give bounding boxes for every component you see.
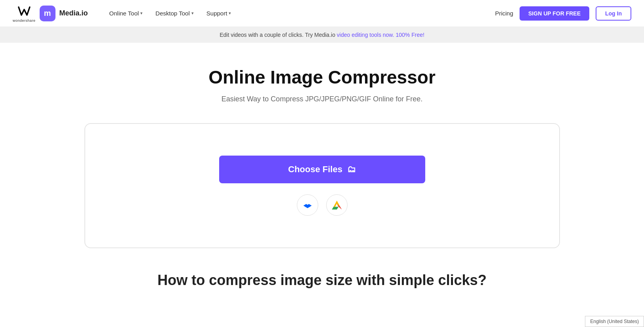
banner-link[interactable]: video editing tools now. 100% Free! [337,32,424,38]
signup-button[interactable]: SIGN UP FOR FREE [520,6,589,21]
media-icon: m [40,6,55,21]
hero-section: Online Image Compressor Easiest Way to C… [0,43,644,115]
promo-banner: Edit videos with a couple of clicks. Try… [0,27,644,43]
chevron-down-icon: ▾ [229,11,231,16]
bottom-section: How to compress image size with simple c… [0,256,644,293]
cloud-upload-icons [297,194,348,216]
page-title: Online Image Compressor [8,67,636,88]
wondershare-icon [17,4,31,18]
nav-right: Pricing SIGN UP FOR FREE Log In [495,6,631,21]
upload-area: Choose Files 🗂 [84,123,560,248]
banner-text: Edit videos with a couple of clicks. Try… [220,32,337,38]
dropbox-upload-button[interactable] [297,194,318,216]
choose-files-button[interactable]: Choose Files 🗂 [219,156,425,183]
google-drive-upload-button[interactable] [326,194,348,216]
pricing-link[interactable]: Pricing [495,10,513,17]
nav-online-tool[interactable]: Online Tool ▾ [104,7,149,20]
wondershare-logo: wondershare [13,4,36,23]
nav-links: Online Tool ▾ Desktop Tool ▾ Support ▾ [104,7,495,20]
navbar: wondershare m Media.io Online Tool ▾ Des… [0,0,644,27]
dropbox-icon [302,200,313,211]
login-button[interactable]: Log In [596,6,631,21]
folder-icon: 🗂 [347,164,356,175]
hero-subtitle: Easiest Way to Compress JPG/JPEG/PNG/GIF… [8,95,636,103]
how-to-heading: How to compress image size with simple c… [8,272,636,289]
chevron-down-icon: ▾ [140,11,143,16]
google-drive-icon [331,200,342,211]
media-letter: m [44,9,51,18]
wondershare-label: wondershare [13,19,36,23]
brand-name: Media.io [59,9,88,17]
svg-marker-5 [332,207,338,209]
brand-link[interactable]: wondershare m Media.io [13,4,88,23]
nav-desktop-tool[interactable]: Desktop Tool ▾ [150,7,199,20]
chevron-down-icon: ▾ [191,11,194,16]
svg-rect-0 [17,4,31,18]
nav-support[interactable]: Support ▾ [201,7,237,20]
